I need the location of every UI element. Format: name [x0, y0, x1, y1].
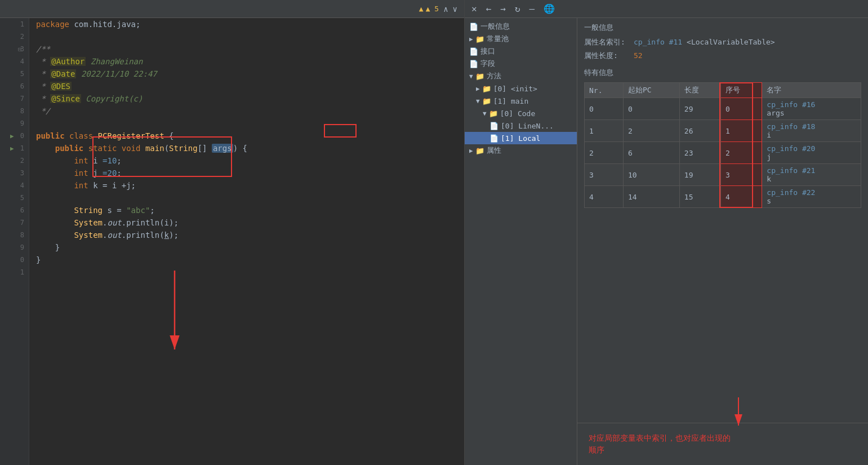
annotation-text: 对应局部变量表中索引，也对应者出现的 顺序 — [582, 428, 863, 460]
tree-constants[interactable]: ▶ 📁 常量池 — [465, 33, 577, 45]
gutter-19: 9 — [0, 241, 29, 254]
file-icon-3: 📄 — [469, 60, 478, 68]
special-title: 特有信息 — [584, 68, 861, 78]
col-start: 起始PC — [623, 83, 679, 98]
annotation-line2: 顺序 — [589, 445, 604, 454]
cell-start-3: 10 — [623, 164, 679, 186]
tree-interface[interactable]: 📄 接口 — [465, 45, 577, 57]
file-icon-2: 📄 — [469, 47, 478, 56]
table-row: 2 6 23 2 cp_info #20j — [585, 142, 861, 164]
tree-local[interactable]: 📄 [1] Local — [465, 132, 577, 144]
tree-methods[interactable]: ▼ 📁 方法 — [465, 70, 577, 82]
tree-label-constants: 常量池 — [487, 34, 509, 44]
cell-nr-0: 0 — [585, 98, 624, 120]
col-seq: 序号 — [721, 83, 762, 98]
tree-label-methods: 方法 — [487, 71, 501, 81]
code-line-19: } — [29, 241, 464, 254]
minimize-btn[interactable]: — — [527, 2, 537, 15]
gutter-7: 7 — [0, 92, 29, 105]
globe-icon[interactable]: 🌐 — [541, 2, 557, 15]
gutter-2: 2 — [0, 30, 29, 43]
code-line-12: int i =10; — [29, 154, 464, 167]
close-btn[interactable]: ✕ — [469, 2, 479, 15]
gutter-15: 5 — [0, 192, 29, 204]
folder-icon-attrs: 📁 — [475, 147, 484, 155]
right-toolbar: ✕ ← → ↻ — 🌐 — [465, 0, 868, 18]
cell-start-4: 14 — [623, 186, 679, 208]
gutter-13: 3 — [0, 167, 29, 179]
warning-icon: ▲ — [419, 5, 424, 13]
nav-up[interactable]: ∧ — [443, 5, 448, 14]
table-container: Nr. 起始PC 长度 序号 名字 0 0 29 — [584, 82, 861, 208]
code-line-11: public static void main(String[] args) { — [29, 142, 464, 154]
table-row: 1 2 26 1 cp_info #18i — [585, 120, 861, 142]
gutter-21: 1 — [0, 266, 29, 278]
folder-icon: 📁 — [475, 35, 484, 43]
code-line-10: public class PCRegisterTest { — [29, 130, 464, 142]
code-line-7: * @Since Copyright(c) — [29, 92, 464, 105]
lv-table: Nr. 起始PC 长度 序号 名字 0 0 29 — [584, 82, 861, 208]
code-line-9 — [29, 117, 464, 130]
forward-btn[interactable]: → — [498, 2, 508, 15]
right-content: 📄 一般信息 ▶ 📁 常量池 📄 接口 📄 字段 ▼ 📁 方法 — [465, 18, 868, 465]
table-row: 0 0 29 0 cp_info #16args — [585, 98, 861, 120]
tree-main[interactable]: ▼ 📁 [1] main — [465, 95, 577, 107]
back-btn[interactable]: ← — [484, 2, 494, 15]
cell-name-3: cp_info #21k — [762, 164, 861, 186]
gutter-12: 2 — [0, 154, 29, 167]
col-nr: Nr. — [585, 83, 624, 98]
expand-arrow-code: ▼ — [483, 110, 487, 117]
section-title: 一般信息 — [584, 23, 861, 33]
gutter-3: ⊟ 3 — [0, 43, 29, 55]
attr-name-row: 属性名索引: cp_info #11 <LocalVariableTable> — [584, 37, 861, 47]
code-line-18: System.out.println(k); — [29, 229, 464, 241]
tree-code[interactable]: ▼ 📁 [0] Code — [465, 107, 577, 119]
gutter-18: 8 — [0, 229, 29, 241]
cell-start-1: 2 — [623, 120, 679, 142]
tree-label-fields: 字段 — [480, 59, 495, 69]
annotation-line1: 对应局部变量表中索引，也对应者出现的 — [589, 433, 731, 442]
col-len: 长度 — [679, 83, 720, 98]
cell-nr-3: 3 — [585, 164, 624, 186]
nav-down[interactable]: ∨ — [453, 5, 457, 14]
gutter-6: 6 — [0, 80, 29, 92]
code-line-17: System.out.println(i); — [29, 216, 464, 229]
gutter-17: 7 — [0, 216, 29, 229]
cell-len-2: 23 — [679, 142, 720, 164]
cell-len-1: 26 — [679, 120, 720, 142]
code-area: package com.hitd.java; /** * @Author Zha… — [29, 18, 464, 465]
annotation-author: @Author — [50, 57, 86, 66]
table-row: 4 14 15 4 cp_info #22s — [585, 186, 861, 208]
tree-general-info[interactable]: 📄 一般信息 — [465, 20, 577, 33]
warning-count: ▲ 5 — [426, 5, 439, 13]
cell-nr-1: 1 — [585, 120, 624, 142]
attr-name-label: 属性名索引: — [584, 37, 629, 47]
cp-info-link[interactable]: cp_info #11 — [634, 38, 682, 46]
cell-len-3: 19 — [679, 164, 720, 186]
tree-label-attributes: 属性 — [487, 145, 501, 156]
refresh-btn[interactable]: ↻ — [513, 2, 523, 15]
gutter-16: 6 — [0, 204, 29, 216]
gutter-9: 9 — [0, 117, 29, 130]
tree-attributes[interactable]: ▶ 📁 属性 — [465, 144, 577, 157]
right-panel: ✕ ← → ↻ — 🌐 📄 一般信息 ▶ 📁 常量池 📄 接口 📄 字段 — [465, 0, 868, 465]
attr-len-value: 52 — [634, 51, 643, 60]
gutter-11: ▶ 1 — [0, 142, 29, 154]
cell-seq-0: 0 — [721, 98, 762, 120]
code-line-4: * @Author ZhangWeinan — [29, 55, 464, 68]
cell-seq-4: 4 — [721, 186, 762, 208]
code-line-16: String s = "abc"; — [29, 204, 464, 216]
code-line-1: package com.hitd.java; — [29, 18, 464, 30]
expand-arrow-init: ▶ — [476, 85, 480, 92]
tree-fields[interactable]: 📄 字段 — [465, 57, 577, 70]
gutter-10: ▶ 0 — [0, 130, 29, 142]
line-numbers: 1 2 ⊟ 3 4 5 6 7 8 9 ▶ 0 ▶ 1 2 3 4 5 6 — [0, 18, 29, 465]
k-var: k — [164, 231, 169, 240]
tree-init[interactable]: ▶ 📁 [0] <init> — [465, 82, 577, 95]
tree-linenum[interactable]: 📄 [0] LineN... — [465, 119, 577, 132]
cell-nr-4: 4 — [585, 186, 624, 208]
folder-icon-methods: 📁 — [475, 72, 484, 81]
cell-start-0: 0 — [623, 98, 679, 120]
gutter-14: 4 — [0, 179, 29, 192]
gutter-20: 0 — [0, 254, 29, 266]
